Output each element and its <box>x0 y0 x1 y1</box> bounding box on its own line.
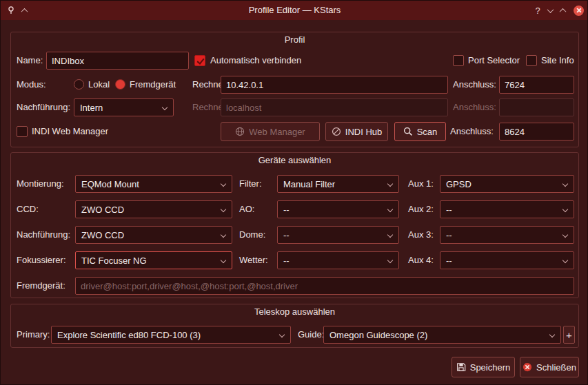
rechner2-input <box>221 98 448 116</box>
guide-telescope-value: Omegon Guidescope (2) <box>330 330 427 340</box>
filter-label: Filter: <box>239 175 262 193</box>
chevron-down-icon <box>562 207 568 212</box>
aux2-dropdown[interactable]: -- <box>440 200 574 218</box>
mount-dropdown[interactable]: EQMod Mount <box>75 175 232 193</box>
chevron-up-icon[interactable] <box>557 5 568 16</box>
chevron-down-icon[interactable] <box>545 5 556 16</box>
web-manager-button: Web Manager <box>221 122 320 141</box>
profile-editor-window: Profile Editor — KStars ? Profil Name: A… <box>0 0 588 385</box>
weather-dropdown-value: -- <box>283 256 290 266</box>
aux4-label: Aux 4: <box>408 251 434 269</box>
fremdgeraet-radio[interactable] <box>115 79 125 90</box>
guider-dropdown-value: ZWO CCD <box>81 230 124 240</box>
chevron-down-icon <box>221 232 226 238</box>
name-input[interactable] <box>46 52 189 70</box>
anschluss3-label: Anschluss: <box>450 123 494 141</box>
chevron-down-icon <box>387 181 393 187</box>
rechner-input[interactable] <box>221 76 448 94</box>
guider-label: Nachführung: <box>17 226 70 244</box>
close-button-label: Schließen <box>536 362 576 373</box>
aux2-label: Aux 2: <box>408 200 434 218</box>
anschluss3-input[interactable] <box>499 123 574 141</box>
dome-dropdown-value: -- <box>283 230 290 240</box>
primary-telescope-dropdown[interactable]: Explore Scientific ed80 FCD-100 (3) <box>51 326 291 344</box>
aux1-dropdown[interactable]: GPSD <box>440 175 574 193</box>
hub-icon <box>332 127 341 136</box>
ccd-label: CCD: <box>17 200 39 218</box>
titlebar: Profile Editor — KStars ? <box>1 1 588 20</box>
weather-dropdown[interactable]: -- <box>277 251 399 269</box>
chevron-down-icon <box>221 181 226 187</box>
site-info-checkbox[interactable] <box>526 55 537 66</box>
save-button[interactable]: Speichern <box>452 357 515 377</box>
telescope-group-title: Teleskop auswählen <box>11 306 578 317</box>
aux3-label: Aux 3: <box>408 226 434 244</box>
indi-web-manager-label: INDI Web Manager <box>32 123 108 141</box>
guiding-dropdown[interactable]: Intern <box>74 98 174 116</box>
primary-telescope-value: Explore Scientific ed80 FCD-100 (3) <box>57 330 201 340</box>
devices-group-title: Geräte auswählen <box>11 155 578 165</box>
ao-dropdown[interactable]: -- <box>277 200 399 218</box>
mount-dropdown-value: EQMod Mount <box>81 179 139 189</box>
aux4-dropdown[interactable]: -- <box>440 251 574 269</box>
auto-connect-checkbox[interactable] <box>194 55 205 66</box>
chevron-down-icon <box>562 181 568 187</box>
primary-label: Primary: <box>17 326 50 344</box>
web-manager-button-label: Web Manager <box>249 127 305 137</box>
indi-hub-button[interactable]: INDI Hub <box>325 122 388 141</box>
ao-dropdown-value: -- <box>283 205 290 215</box>
add-telescope-button[interactable]: + <box>563 326 575 344</box>
dome-label: Dome: <box>239 226 265 244</box>
close-x-icon <box>523 362 532 372</box>
globe-icon <box>235 127 245 136</box>
aux3-dropdown[interactable]: -- <box>440 226 574 244</box>
scan-button[interactable]: Scan <box>394 122 446 141</box>
guide-label: Guide: <box>298 326 324 344</box>
help-icon[interactable]: ? <box>532 5 543 16</box>
focuser-label: Fokussierer: <box>17 251 66 269</box>
profil-group-title: Profil <box>11 34 578 45</box>
filter-dropdown-value: Manual Filter <box>283 179 335 189</box>
modus-label: Modus: <box>17 76 46 94</box>
lokal-radio[interactable] <box>74 79 84 90</box>
guider-dropdown[interactable]: ZWO CCD <box>75 226 232 244</box>
close-window-button[interactable] <box>573 5 584 16</box>
remote-drivers-input[interactable] <box>75 277 574 295</box>
anschluss-input[interactable] <box>499 76 574 94</box>
chevron-down-icon <box>387 258 393 263</box>
chevron-down-icon <box>562 232 568 238</box>
remote-drivers-label: Fremdgerät: <box>17 277 65 295</box>
window-title: Profile Editor — KStars <box>1 1 588 20</box>
aux1-dropdown-value: GPSD <box>446 179 472 189</box>
aux4-dropdown-value: -- <box>446 256 452 266</box>
close-button[interactable]: Schließen <box>520 357 579 377</box>
chevron-down-icon <box>387 232 393 238</box>
ao-label: AO: <box>239 200 254 218</box>
ccd-dropdown-value: ZWO CCD <box>81 205 124 215</box>
anschluss2-input <box>499 98 574 116</box>
mount-label: Montierung: <box>17 175 64 193</box>
nachfuehrung-label: Nachführung: <box>17 98 70 116</box>
port-selector-checkbox[interactable] <box>453 55 464 66</box>
focuser-dropdown[interactable]: TIC Focuser NG <box>75 251 232 269</box>
chevron-down-icon <box>549 332 555 337</box>
indi-hub-button-label: INDI Hub <box>345 127 382 137</box>
telescope-groupbox: Teleskop auswählen Primary: Explore Scie… <box>10 304 579 348</box>
filter-dropdown[interactable]: Manual Filter <box>277 175 399 193</box>
close-icon <box>574 6 584 16</box>
anschluss-label: Anschluss: <box>453 76 496 94</box>
devices-groupbox: Geräte auswählen Montierung: EQMod Mount… <box>10 152 579 298</box>
fremdgeraet-label: Fremdgerät <box>130 76 176 94</box>
chevron-down-icon <box>562 258 568 263</box>
dome-dropdown[interactable]: -- <box>277 226 399 244</box>
ccd-dropdown[interactable]: ZWO CCD <box>75 200 232 218</box>
aux1-label: Aux 1: <box>408 175 434 193</box>
aux2-dropdown-value: -- <box>446 205 452 215</box>
anschluss2-label: Anschluss: <box>453 98 496 116</box>
site-info-label: Site Info <box>541 52 574 70</box>
port-selector-label: Port Selector <box>468 52 520 70</box>
guide-telescope-dropdown[interactable]: Omegon Guidescope (2) <box>323 326 561 344</box>
name-label: Name: <box>17 52 43 70</box>
indi-web-manager-checkbox[interactable] <box>17 126 28 137</box>
guiding-dropdown-value: Intern <box>80 103 103 113</box>
